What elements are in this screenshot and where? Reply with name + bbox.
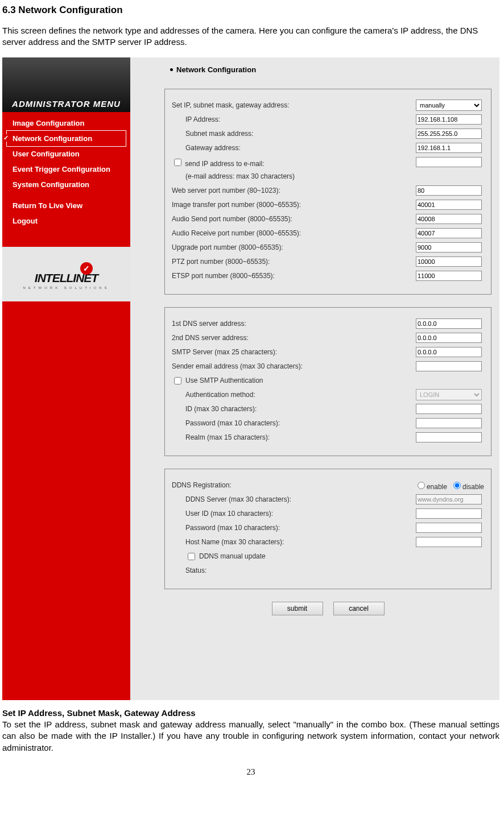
subnet-mask-label: Subnet mask address: bbox=[172, 130, 416, 138]
ddns-userid-input[interactable] bbox=[416, 508, 482, 519]
sidebar-item-event-trigger-config[interactable]: Event Trigger Configuration bbox=[7, 162, 126, 177]
smtp-realm-label: Realm (max 15 characters): bbox=[172, 433, 416, 441]
smtp-auth-checkbox[interactable] bbox=[174, 377, 181, 384]
footer-paragraph: To set the IP address, subnet mask and g… bbox=[2, 719, 499, 754]
ip-address-label: IP Address: bbox=[172, 115, 416, 123]
send-ip-email-input[interactable] bbox=[416, 157, 482, 167]
audio-recv-port-input[interactable] bbox=[416, 228, 482, 238]
cancel-button[interactable]: cancel bbox=[333, 602, 385, 615]
send-ip-email-hint: (e-mail address: max 30 characters) bbox=[172, 172, 416, 180]
ip-address-input[interactable] bbox=[416, 114, 482, 125]
ptz-port-input[interactable] bbox=[416, 257, 482, 267]
dns-smtp-panel: 1st DNS server address: 2nd DNS server a… bbox=[164, 307, 491, 456]
smtp-id-input[interactable] bbox=[416, 404, 482, 414]
button-row: submit cancel bbox=[164, 602, 491, 615]
web-port-input[interactable] bbox=[416, 185, 482, 196]
ddns-disable-option[interactable]: disable bbox=[451, 480, 484, 491]
etsp-port-label: ETSP port number (8000~65535): bbox=[172, 272, 416, 280]
footer-heading: Set IP Address, Subnet Mask, Gateway Add… bbox=[2, 708, 499, 718]
brand-tagline: NETWORK SOLUTIONS bbox=[23, 286, 109, 289]
sender-email-input[interactable] bbox=[416, 361, 482, 371]
ip-settings-panel: Set IP, subnet mask, gateway address: ma… bbox=[164, 89, 491, 295]
ddns-manual-update-label: DDNS manual update bbox=[199, 552, 266, 560]
sidebar-item-return-live-view[interactable]: Return To Live View bbox=[7, 198, 126, 213]
gateway-label: Gateway address: bbox=[172, 144, 416, 152]
auth-method-select[interactable]: LOGIN bbox=[416, 389, 482, 400]
subnet-mask-input[interactable] bbox=[416, 129, 482, 139]
gateway-input[interactable] bbox=[416, 143, 482, 153]
bullet-icon bbox=[170, 68, 173, 71]
upgrade-port-input[interactable] bbox=[416, 242, 482, 253]
image-port-label: Image transfer port number (8000~65535): bbox=[172, 201, 416, 209]
ddns-enable-option[interactable]: enable bbox=[415, 480, 447, 491]
send-ip-email-label: send IP address to e-mail: bbox=[185, 160, 264, 168]
set-ip-mode-label: Set IP, subnet mask, gateway address: bbox=[172, 101, 416, 109]
web-port-label: Web server port number (80~1023): bbox=[172, 187, 416, 195]
ddns-server-input[interactable] bbox=[416, 494, 482, 504]
admin-menu-banner: ADMINISTRATOR MENU bbox=[2, 57, 130, 112]
ddns-password-input[interactable] bbox=[416, 523, 482, 533]
page-title: Network Configuration bbox=[170, 65, 491, 74]
smtp-server-input[interactable] bbox=[416, 347, 482, 357]
dns1-label: 1st DNS server address: bbox=[172, 320, 416, 328]
admin-menu-title: ADMINISTRATOR MENU bbox=[12, 99, 121, 109]
ddns-password-label: Password (max 10 characters): bbox=[172, 524, 416, 532]
config-screenshot: ADMINISTRATOR MENU Image Configuration N… bbox=[2, 57, 499, 700]
auth-method-label: Authentication method: bbox=[172, 391, 416, 399]
sidebar: ADMINISTRATOR MENU Image Configuration N… bbox=[2, 57, 130, 700]
page-number: 23 bbox=[2, 767, 499, 777]
smtp-auth-label: Use SMTP Authentication bbox=[185, 377, 263, 384]
smtp-password-label: Password (max 10 characters): bbox=[172, 419, 416, 427]
upgrade-port-label: Upgrade port number (8000~65535): bbox=[172, 243, 416, 251]
dns2-input[interactable] bbox=[416, 333, 482, 343]
smtp-realm-input[interactable] bbox=[416, 432, 482, 442]
sidebar-item-image-config[interactable]: Image Configuration bbox=[7, 115, 126, 131]
smtp-id-label: ID (max 30 characters): bbox=[172, 405, 416, 413]
sidebar-item-system-config[interactable]: System Configuration bbox=[7, 177, 126, 192]
image-port-input[interactable] bbox=[416, 200, 482, 210]
ddns-enable-radio[interactable] bbox=[418, 482, 425, 489]
brand-logo-area: ✓ INTELLINET NETWORK SOLUTIONS bbox=[2, 247, 130, 301]
dns1-input[interactable] bbox=[416, 318, 482, 329]
page-title-text: Network Configuration bbox=[176, 65, 256, 74]
ddns-reg-label: DDNS Registration: bbox=[172, 481, 415, 489]
main-content: Network Configuration Set IP, subnet mas… bbox=[130, 57, 499, 700]
etsp-port-input[interactable] bbox=[416, 271, 482, 281]
smtp-server-label: SMTP Server (max 25 characters): bbox=[172, 348, 416, 356]
ddns-status-label: Status: bbox=[172, 566, 484, 574]
sidebar-item-user-config[interactable]: User Configuration bbox=[7, 146, 126, 162]
submit-button[interactable]: submit bbox=[272, 602, 323, 615]
sidebar-item-network-config[interactable]: Network Configuration bbox=[7, 131, 126, 146]
set-ip-mode-select[interactable]: manually bbox=[416, 100, 482, 111]
ddns-panel: DDNS Registration: enable disable DDNS S… bbox=[164, 469, 491, 589]
ddns-host-label: Host Name (max 30 characters): bbox=[172, 538, 416, 546]
smtp-password-input[interactable] bbox=[416, 418, 482, 428]
ddns-userid-label: User ID (max 10 characters): bbox=[172, 510, 416, 518]
ddns-server-label: DDNS Server (max 30 characters): bbox=[172, 495, 416, 503]
audio-send-port-label: Audio Send port number (8000~65535): bbox=[172, 215, 416, 223]
ddns-host-input[interactable] bbox=[416, 537, 482, 547]
ddns-disable-radio[interactable] bbox=[453, 482, 461, 489]
intro-paragraph: This screen defines the network type and… bbox=[2, 25, 499, 47]
ddns-manual-update-checkbox[interactable] bbox=[188, 553, 195, 560]
ptz-port-label: PTZ port number (8000~65535): bbox=[172, 258, 416, 266]
menu-group: Image Configuration Network Configuratio… bbox=[2, 112, 130, 234]
send-ip-email-checkbox[interactable] bbox=[174, 159, 181, 166]
dns2-label: 2nd DNS server address: bbox=[172, 334, 416, 342]
audio-recv-port-label: Audio Receive port number (8000~65535): bbox=[172, 229, 416, 237]
section-heading: 6.3 Network Configuration bbox=[2, 5, 499, 16]
sender-email-label: Sender email address (max 30 characters)… bbox=[172, 362, 416, 370]
audio-send-port-input[interactable] bbox=[416, 214, 482, 224]
send-ip-email-row: send IP address to e-mail: bbox=[172, 157, 416, 168]
sidebar-item-logout[interactable]: Logout bbox=[7, 213, 126, 229]
